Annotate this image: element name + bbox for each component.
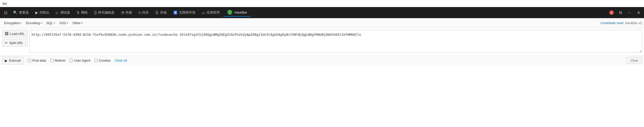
tab-memory-label: 内存 xyxy=(142,10,149,15)
url-input[interactable] xyxy=(29,30,642,53)
encoding-chevron-icon: ▾ xyxy=(41,22,42,24)
menu-bar: Encryption ▾ Encoding ▾ SQL ▾ XSS ▾ Othe… xyxy=(0,18,644,28)
xss-chevron-icon: ▾ xyxy=(67,22,68,24)
debugger-icon: ▷ xyxy=(56,11,59,15)
user-agent-label: User Agent xyxy=(74,59,90,62)
menu-other-label: Other xyxy=(73,21,81,25)
execute-button[interactable]: ▶ Execute xyxy=(2,57,24,64)
status-bar: fail xyxy=(0,0,644,7)
tab-network-label: 网络 xyxy=(81,10,88,15)
clear-button[interactable]: Clear xyxy=(627,57,642,64)
user-agent-checkbox[interactable] xyxy=(70,59,73,62)
execute-label: Execute xyxy=(9,59,21,62)
error-count-btn[interactable]: 1 xyxy=(608,10,615,15)
close-icon: ✕ xyxy=(637,10,640,15)
referer-checkbox-item[interactable]: Referer xyxy=(50,59,66,62)
error-count: 1 xyxy=(611,11,612,14)
tab-performance[interactable]: ◔ 性能 xyxy=(118,9,135,17)
other-chevron-icon: ▾ xyxy=(81,22,83,24)
status-text: fail xyxy=(3,2,7,6)
split-url-icon: ✂ xyxy=(5,41,8,45)
tab-style-editor[interactable]: {} 样式编辑器 xyxy=(91,9,117,17)
tab-console[interactable]: ▶ 控制台 xyxy=(32,9,52,17)
menu-encryption-label: Encryption xyxy=(4,21,19,25)
contribute-link[interactable]: Contribute now! xyxy=(601,21,624,25)
toolbar-right: 1 ⧉ ··· ✕ xyxy=(608,9,642,17)
referer-label: Referer xyxy=(55,59,66,62)
menu-encoding-label: Encoding xyxy=(26,21,40,25)
more-icon-btn[interactable]: ··· xyxy=(625,9,633,17)
tab-applications[interactable]: ⚏ 应用程序 xyxy=(199,9,223,17)
memory-icon: ⎊ xyxy=(139,11,141,15)
copy-icon: ⧉ xyxy=(619,10,622,15)
menu-other[interactable]: Other ▾ xyxy=(71,20,85,26)
tab-debugger[interactable]: ▷ 调试器 xyxy=(53,9,73,17)
execute-icon: ▶ xyxy=(5,59,8,63)
copy-icon-btn[interactable]: ⧉ xyxy=(616,9,624,17)
load-url-button[interactable]: 🖼 Load URL xyxy=(2,30,27,37)
browser-toolbar: ⊡ 🔍 查看器 ▶ 控制台 ▷ 调试器 ⇅ 网络 {} 样式编辑器 ◔ 性能 ⎊… xyxy=(0,7,644,18)
hackbar-logo xyxy=(227,10,232,15)
menu-sql-label: SQL xyxy=(46,21,53,25)
tab-debugger-label: 调试器 xyxy=(60,10,70,15)
tab-inspector-label: 查看器 xyxy=(19,10,29,15)
tab-accessibility[interactable]: ♿ 无障碍环境 xyxy=(170,9,198,17)
load-url-label: Load URL xyxy=(10,32,25,36)
tab-hackbar[interactable]: HackBar xyxy=(223,9,251,17)
bottom-bar: ▶ Execute Post data Referer User Agent C… xyxy=(0,56,644,65)
load-url-icon: 🖼 xyxy=(5,32,8,36)
hackbar-panel: Encryption ▾ Encoding ▾ SQL ▾ XSS ▾ Othe… xyxy=(0,18,644,65)
console-icon: ▶ xyxy=(35,11,38,15)
encryption-chevron-icon: ▾ xyxy=(20,22,21,24)
tab-storage[interactable]: ☰ 存储 xyxy=(152,9,170,17)
cookies-label: Cookies xyxy=(99,59,111,62)
network-icon: ⇅ xyxy=(77,11,80,15)
url-container xyxy=(29,30,642,54)
user-agent-checkbox-item[interactable]: User Agent xyxy=(70,59,90,62)
style-icon: {} xyxy=(94,11,97,15)
cursor-icon-btn[interactable]: ⊡ xyxy=(2,9,10,17)
more-icon: ··· xyxy=(628,10,631,15)
sql-chevron-icon: ▾ xyxy=(54,22,55,24)
clear-all-link[interactable]: Clear All xyxy=(115,59,127,62)
referer-checkbox[interactable] xyxy=(50,59,53,62)
applications-icon: ⚏ xyxy=(202,11,205,15)
split-url-label: Split URL xyxy=(9,41,23,45)
cookies-checkbox[interactable] xyxy=(95,59,98,62)
menu-xss-label: XSS xyxy=(59,21,66,25)
main-content: 🖼 Load URL ✂ Split URL xyxy=(0,28,644,56)
tab-memory[interactable]: ⎊ 内存 xyxy=(136,9,152,17)
split-url-button[interactable]: ✂ Split URL xyxy=(2,39,27,47)
cursor-icon: ⊡ xyxy=(4,10,7,15)
inspector-icon: 🔍 xyxy=(13,11,17,15)
cookies-checkbox-item[interactable]: Cookies xyxy=(95,59,111,62)
tab-applications-label: 应用程序 xyxy=(207,10,220,15)
menu-xss[interactable]: XSS ▾ xyxy=(57,20,70,26)
tab-inspector[interactable]: 🔍 查看器 xyxy=(10,9,32,17)
storage-icon: ☰ xyxy=(155,11,159,15)
tab-performance-label: 性能 xyxy=(126,10,132,15)
post-data-label: Post data xyxy=(32,59,46,62)
tab-style-editor-label: 样式编辑器 xyxy=(98,10,114,15)
menu-sql[interactable]: SQL ▾ xyxy=(44,20,57,26)
tab-accessibility-label: 无障碍环境 xyxy=(179,10,195,15)
error-badge: 1 xyxy=(609,10,614,15)
tab-storage-label: 存储 xyxy=(160,10,167,15)
tab-hackbar-label: HackBar xyxy=(234,11,247,14)
accessibility-icon: ♿ xyxy=(173,11,177,15)
tab-console-label: 控制台 xyxy=(40,10,49,15)
performance-icon: ◔ xyxy=(121,11,124,15)
post-data-checkbox[interactable] xyxy=(28,59,31,62)
close-icon-btn[interactable]: ✕ xyxy=(634,9,642,17)
tab-network[interactable]: ⇅ 网络 xyxy=(74,9,91,17)
post-data-checkbox-item[interactable]: Post data xyxy=(28,59,46,62)
menu-encryption[interactable]: Encryption ▾ xyxy=(2,20,23,26)
version-text: HackBar v2 xyxy=(625,21,642,25)
left-buttons: 🖼 Load URL ✂ Split URL xyxy=(2,30,27,54)
menu-encoding[interactable]: Encoding ▾ xyxy=(24,20,44,26)
